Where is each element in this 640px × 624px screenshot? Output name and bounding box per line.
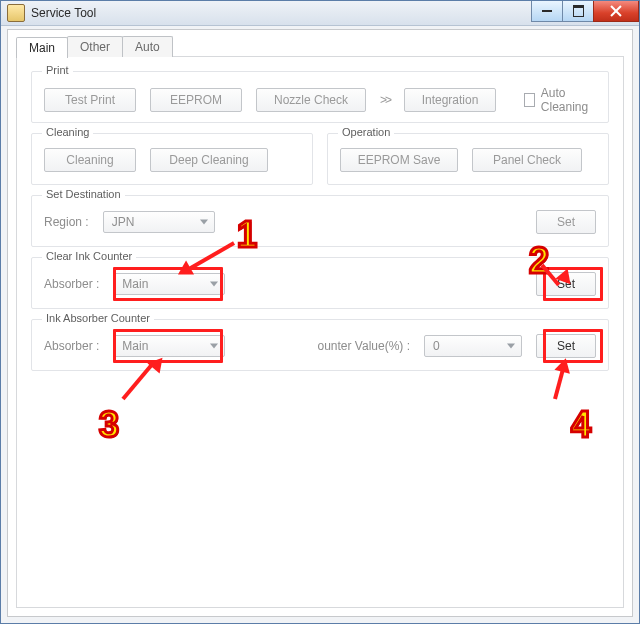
eeprom-button[interactable]: EEPROM bbox=[150, 88, 242, 112]
group-ink-absorber-counter: Ink Absorber Counter Absorber : Main oun… bbox=[31, 319, 609, 371]
annotation-4: 4 bbox=[571, 407, 591, 443]
tab-main[interactable]: Main bbox=[16, 37, 68, 58]
inkabs-absorber-select[interactable]: Main bbox=[113, 335, 225, 357]
integration-button[interactable]: Integration bbox=[404, 88, 496, 112]
region-select[interactable]: JPN bbox=[103, 211, 215, 233]
clear-absorber-select[interactable]: Main bbox=[113, 273, 225, 295]
titlebar[interactable]: Service Tool bbox=[1, 1, 639, 26]
counter-value-label: ounter Value(%) : bbox=[318, 339, 411, 353]
group-operation: Operation EEPROM Save Panel Check bbox=[327, 133, 609, 185]
minimize-icon bbox=[542, 10, 552, 12]
tab-auto[interactable]: Auto bbox=[122, 36, 173, 57]
group-print-legend: Print bbox=[42, 64, 73, 76]
inkabs-absorber-label: Absorber : bbox=[44, 339, 99, 353]
chevron-right-icon: >> bbox=[380, 93, 390, 107]
inkabs-absorber-value: Main bbox=[122, 339, 148, 353]
clear-set-button[interactable]: Set bbox=[536, 272, 596, 296]
maximize-button[interactable] bbox=[562, 1, 594, 22]
close-icon bbox=[610, 5, 622, 17]
minimize-button[interactable] bbox=[531, 1, 563, 22]
panel-check-button[interactable]: Panel Check bbox=[472, 148, 582, 172]
counter-value: 0 bbox=[433, 339, 440, 353]
auto-cleaning-label: Auto Cleaning bbox=[541, 86, 596, 114]
region-value: JPN bbox=[112, 215, 135, 229]
deep-cleaning-button[interactable]: Deep Cleaning bbox=[150, 148, 268, 172]
annotation-3: 3 bbox=[99, 407, 119, 443]
maximize-icon bbox=[573, 5, 584, 17]
group-set-destination: Set Destination Region : JPN Set bbox=[31, 195, 609, 247]
group-print: Print Test Print EEPROM Nozzle Check >> … bbox=[31, 71, 609, 123]
tab-strip: Main Other Auto bbox=[16, 36, 172, 57]
close-button[interactable] bbox=[593, 1, 639, 22]
window-buttons bbox=[532, 1, 639, 23]
clear-absorber-label: Absorber : bbox=[44, 277, 99, 291]
group-cleaning: Cleaning Cleaning Deep Cleaning bbox=[31, 133, 313, 185]
app-icon bbox=[7, 4, 25, 22]
region-set-button[interactable]: Set bbox=[536, 210, 596, 234]
inkabs-set-button[interactable]: Set bbox=[536, 334, 596, 358]
window-frame: Service Tool Main Other Auto Print Test … bbox=[0, 0, 640, 624]
cleaning-button[interactable]: Cleaning bbox=[44, 148, 136, 172]
group-cleaning-legend: Cleaning bbox=[42, 126, 93, 138]
tab-page-main: Print Test Print EEPROM Nozzle Check >> … bbox=[16, 56, 624, 608]
group-ink-absorber-legend: Ink Absorber Counter bbox=[42, 312, 154, 324]
tab-other[interactable]: Other bbox=[67, 36, 123, 57]
eeprom-save-button[interactable]: EEPROM Save bbox=[340, 148, 458, 172]
group-operation-legend: Operation bbox=[338, 126, 394, 138]
auto-cleaning-checkbox[interactable]: Auto Cleaning bbox=[524, 86, 596, 114]
group-clear-ink-counter: Clear Ink Counter Absorber : Main Set bbox=[31, 257, 609, 309]
group-clear-ink-legend: Clear Ink Counter bbox=[42, 250, 136, 262]
region-label: Region : bbox=[44, 215, 89, 229]
window-title: Service Tool bbox=[31, 6, 96, 20]
clear-absorber-value: Main bbox=[122, 277, 148, 291]
test-print-button[interactable]: Test Print bbox=[44, 88, 136, 112]
client-area: Main Other Auto Print Test Print EEPROM … bbox=[7, 29, 633, 617]
nozzle-check-button[interactable]: Nozzle Check bbox=[256, 88, 366, 112]
group-set-destination-legend: Set Destination bbox=[42, 188, 125, 200]
counter-value-select[interactable]: 0 bbox=[424, 335, 522, 357]
checkbox-box-icon bbox=[524, 93, 535, 107]
